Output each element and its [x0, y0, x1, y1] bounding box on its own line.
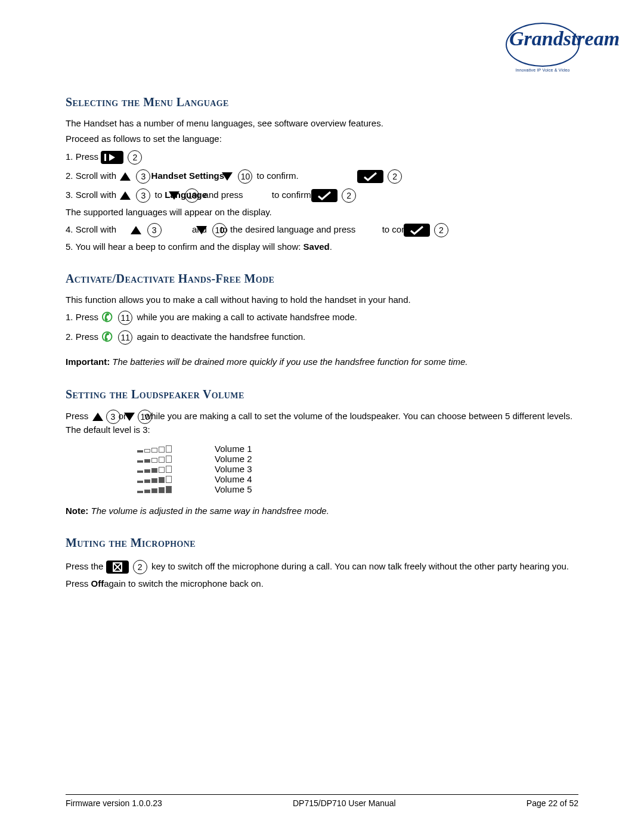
volume-table: Volume 1 Volume 2 Volume 3 Volume 4 Volu…	[137, 444, 578, 494]
volume-row: Volume 5	[137, 485, 578, 494]
intro-text: Proceed as follows to set the language:	[66, 133, 578, 145]
step-text: again to switch the microphone back on.	[104, 578, 264, 589]
volume-bars-icon	[137, 456, 179, 463]
up-arrow-icon	[120, 172, 131, 181]
volume-text: Press 3 or 10 while you are making a cal…	[66, 410, 578, 436]
heading-handsfree: Activate/Deactivate Hands-Free Mode	[66, 272, 578, 286]
step-text: 4. Scroll with	[66, 224, 116, 234]
note-label: Important:	[66, 357, 110, 367]
logo-oval: Grandstream	[506, 23, 580, 67]
svg-rect-0	[104, 154, 106, 161]
step-text: Press	[66, 411, 91, 421]
up-arrow-icon	[120, 191, 131, 200]
handsfree-icon: ✆	[101, 309, 114, 327]
down-arrow-icon	[124, 413, 135, 421]
logo-text: Grandstream	[509, 27, 620, 50]
step-text: to confirm.	[257, 171, 299, 181]
note-label: Note:	[66, 506, 88, 516]
volume-label: Volume 2	[215, 454, 252, 464]
up-arrow-icon	[92, 413, 103, 421]
footer-firmware: Firmware version 1.0.0.23	[66, 798, 162, 808]
down-arrow-icon	[222, 172, 233, 181]
confirm-key-icon	[404, 224, 430, 237]
step-text: to confirm.	[272, 190, 314, 200]
step-1: 1. Press ✆ 11 while you are making a cal…	[66, 309, 578, 326]
key-number-icon: 2	[434, 223, 448, 237]
saved-label: Saved	[304, 241, 330, 252]
menu-item: Handset Settings	[151, 171, 225, 181]
heading-menu-language: Selecting the Menu Language	[66, 95, 578, 109]
intro-text: This function allows you to make a call …	[66, 294, 578, 306]
key-number-icon: 2	[133, 560, 147, 574]
mute-key-icon	[106, 561, 129, 574]
logo-tagline: Innovative IP Voice & Video	[501, 68, 584, 72]
step-text: 1. Press	[66, 151, 101, 162]
step-3: 3. Scroll with 3 to Language 10 and pres…	[66, 187, 578, 203]
step-text: 2. Press	[66, 332, 101, 342]
volume-row: Volume 2	[137, 454, 578, 464]
step-text: while you are making a call to activate …	[137, 312, 357, 322]
down-arrow-icon	[196, 226, 207, 234]
svg-marker-1	[109, 154, 115, 161]
step-text: 5. You will hear a beep to confirm and t…	[66, 241, 304, 252]
off-label: Off	[91, 578, 104, 589]
key-number-icon: 3	[136, 169, 150, 184]
mute-text: Press the 2 key to switch off the microp…	[66, 558, 578, 592]
key-number-icon: 3	[106, 410, 120, 424]
step-1: 1. Press 2	[66, 149, 578, 165]
volume-label: Volume 5	[215, 484, 252, 494]
brand-logo: Grandstream Innovative IP Voice & Video	[501, 23, 584, 72]
handsfree-icon: ✆	[101, 329, 114, 346]
volume-bars-icon	[137, 486, 179, 493]
step-text: to the desired language and press	[220, 224, 355, 234]
volume-label: Volume 4	[215, 474, 252, 484]
footer-title: DP715/DP710 User Manual	[293, 798, 396, 808]
important-note: Important: The batteries will be drained…	[66, 356, 578, 368]
key-number-icon: 11	[118, 311, 132, 325]
step-2: 2. Scroll with 3 Handset Settings 10 to …	[66, 168, 578, 184]
volume-bars-icon	[137, 466, 179, 473]
step-note: The supported languages will appear on t…	[66, 206, 578, 218]
confirm-key-icon	[357, 170, 383, 183]
step-5: 5. You will hear a beep to confirm and t…	[66, 241, 578, 253]
step-2: 2. Press ✆ 11 again to deactivate the ha…	[66, 329, 578, 345]
up-arrow-icon	[131, 226, 141, 234]
heading-loudspeaker: Setting the Loudspeaker Volume	[66, 388, 578, 401]
key-number-icon: 11	[118, 330, 132, 345]
key-number-icon: 3	[147, 223, 162, 237]
key-number-icon: 10	[185, 188, 199, 203]
step-text: and press	[204, 190, 243, 200]
manual-page: Grandstream Innovative IP Voice & Video …	[0, 0, 644, 833]
step-text: .	[330, 241, 332, 252]
key-number-icon: 3	[136, 188, 150, 203]
volume-label: Volume 3	[215, 464, 252, 474]
volume-bars-icon	[137, 476, 179, 483]
volume-row: Volume 4	[137, 475, 578, 484]
key-number-icon: 10	[238, 169, 252, 184]
heading-mute: Muting the Microphone	[66, 536, 578, 550]
footer-page: Page 22 of 52	[527, 798, 578, 808]
volume-row: Volume 3	[137, 465, 578, 474]
key-number-icon: 2	[128, 150, 142, 165]
menu-key-icon	[101, 151, 123, 164]
volume-row: Volume 1	[137, 444, 578, 454]
volume-note: Note: The volume is adjusted in the same…	[66, 505, 578, 517]
key-number-icon: 2	[388, 169, 402, 184]
page-footer: Firmware version 1.0.0.23 DP715/DP710 Us…	[66, 794, 578, 808]
key-number-icon: 2	[342, 188, 356, 203]
note-text: The batteries will be drained more quick…	[112, 357, 467, 367]
step-4: 4. Scroll with 3 and 10 to the desired l…	[66, 222, 578, 237]
step-text: again to deactivate the handsfree functi…	[137, 332, 306, 342]
step-text: 1. Press	[66, 312, 101, 322]
confirm-key-icon	[311, 189, 338, 202]
down-arrow-icon	[169, 191, 179, 200]
step-text: 3. Scroll with	[66, 190, 116, 200]
note-text: The volume is adjusted in the same way i…	[91, 506, 329, 516]
step-text: 2. Scroll with	[66, 171, 116, 181]
volume-bars-icon	[137, 445, 179, 453]
intro-text: The Handset has a number of menu languag…	[66, 117, 578, 129]
step-text: to	[155, 190, 165, 200]
step-text: Press the	[66, 561, 106, 571]
volume-label: Volume 1	[215, 444, 252, 454]
